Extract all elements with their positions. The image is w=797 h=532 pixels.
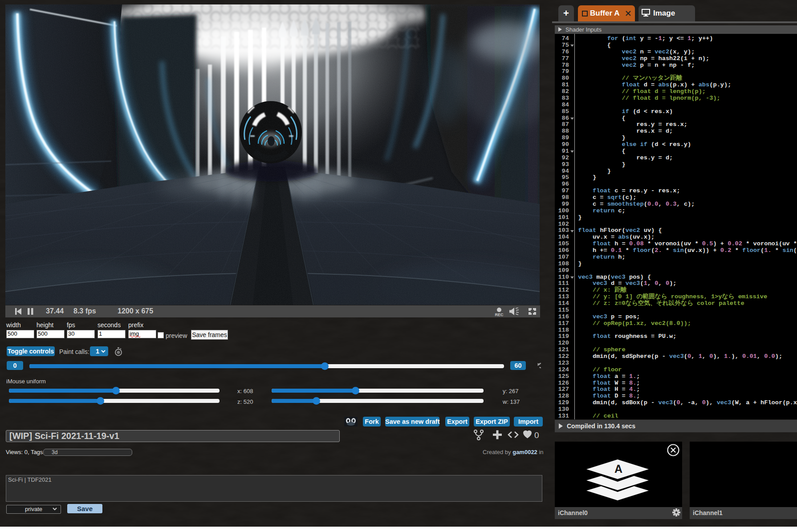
svg-text:REC: REC xyxy=(495,313,504,317)
svg-text:0: 0 xyxy=(534,430,539,440)
svg-text:A: A xyxy=(614,463,622,475)
